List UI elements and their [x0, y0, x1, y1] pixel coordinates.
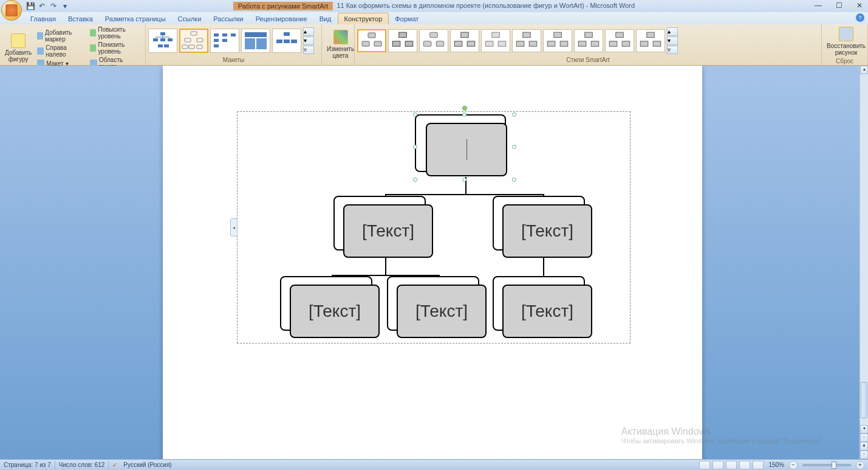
style-thumb-7[interactable] [543, 29, 572, 52]
vertical-scrollbar: ▴ ▾ ◦ ● ◦ [859, 66, 868, 459]
tab-insert[interactable]: Вставка [62, 13, 99, 24]
layout-thumb-2[interactable] [179, 29, 208, 53]
zoom-slider-thumb[interactable] [832, 461, 836, 469]
demote-button[interactable]: Понизить уровень [88, 41, 143, 55]
minimize-button[interactable]: — [812, 1, 824, 10]
tab-review[interactable]: Рецензирование [250, 13, 313, 24]
save-icon[interactable]: 💾 [26, 1, 35, 11]
view-outline[interactable] [739, 461, 750, 469]
layouts-scroll-down[interactable]: ▾ [303, 36, 314, 45]
svg-rect-9 [185, 38, 191, 42]
proofing-icon[interactable]: ✓ [112, 461, 117, 468]
svg-rect-4 [158, 44, 163, 47]
layouts-scroll-up[interactable]: ▴ [303, 27, 314, 36]
zoom-out-button[interactable]: − [789, 461, 798, 469]
language-indicator[interactable]: Русский (Россия) [123, 461, 171, 468]
scroll-up-button[interactable]: ▴ [860, 66, 868, 74]
view-full-screen[interactable] [713, 461, 723, 469]
svg-rect-52 [609, 41, 617, 46]
rtl-button[interactable]: Справа налево [35, 44, 87, 58]
resize-handle-n[interactable] [462, 112, 466, 117]
svg-rect-41 [498, 41, 506, 46]
scroll-thumb[interactable] [861, 382, 867, 418]
qat-dropdown-icon[interactable]: ▾ [60, 1, 70, 11]
svg-rect-33 [430, 32, 438, 37]
layout-thumb-3[interactable] [210, 29, 239, 53]
next-page-button[interactable]: ◦ [860, 451, 868, 459]
layouts-more[interactable]: ▿ [303, 46, 314, 54]
group-layouts-label: Макеты [148, 56, 319, 64]
styles-scroll-down[interactable]: ▾ [667, 36, 678, 45]
style-thumb-8[interactable] [574, 29, 603, 52]
undo-icon[interactable]: ↶ [37, 1, 47, 11]
close-button[interactable]: ✕ [853, 1, 866, 10]
svg-rect-44 [529, 41, 537, 46]
resize-handle-ne[interactable] [512, 112, 516, 117]
tab-references[interactable]: Ссылки [172, 13, 208, 24]
browse-object-button[interactable]: ● [860, 442, 868, 451]
tab-design[interactable]: Конструктор [338, 13, 389, 24]
style-thumb-3[interactable] [419, 29, 448, 52]
styles-more[interactable]: ▿ [667, 46, 678, 54]
tab-home[interactable]: Главная [24, 13, 62, 24]
style-thumb-1[interactable] [357, 29, 386, 52]
resize-handle-w[interactable] [413, 145, 417, 149]
maximize-button[interactable]: ☐ [833, 1, 845, 10]
tab-mailings[interactable]: Рассылки [207, 13, 249, 24]
rotate-handle[interactable] [462, 106, 467, 111]
svg-rect-12 [189, 45, 194, 49]
layout-thumb-1[interactable] [148, 29, 177, 53]
svg-rect-31 [392, 41, 400, 46]
prev-page-button[interactable]: ◦ [860, 434, 868, 442]
add-bullet-button[interactable]: Добавить маркер [35, 29, 87, 43]
zoom-slider[interactable] [802, 464, 851, 466]
zoom-level[interactable]: 150% [768, 461, 784, 468]
resize-handle-sw[interactable] [413, 178, 417, 182]
tab-view[interactable]: Вид [313, 13, 338, 24]
view-print-layout[interactable] [699, 461, 710, 469]
smartart-frame[interactable]: ◂ [237, 111, 630, 344]
page-indicator[interactable]: Страница: 7 из 7 [4, 461, 51, 468]
layout-thumb-5[interactable] [272, 29, 301, 53]
smartart-node-root[interactable] [415, 114, 515, 180]
tab-page-layout[interactable]: Разметка страницы [99, 13, 172, 24]
zoom-in-button[interactable]: + [856, 461, 864, 469]
style-thumb-2[interactable] [388, 29, 417, 52]
node-text: [Текст] [415, 302, 468, 321]
svg-rect-50 [591, 41, 599, 46]
redo-icon[interactable]: ↷ [49, 1, 58, 11]
add-shape-icon [11, 33, 26, 48]
svg-rect-39 [492, 32, 500, 37]
office-button[interactable] [1, 0, 22, 21]
title-bar: 💾 ↶ ↷ ▾ Работа с рисунками SmartArt 11 К… [0, 0, 868, 12]
style-thumb-10[interactable] [636, 29, 665, 52]
svg-rect-15 [214, 39, 219, 42]
page[interactable]: ◂ [163, 66, 702, 459]
layout-thumb-4[interactable] [241, 29, 270, 53]
resize-handle-e[interactable] [512, 145, 516, 149]
text-pane-toggle[interactable]: ◂ [230, 218, 238, 237]
promote-button[interactable]: Повысить уровень [88, 26, 143, 40]
styles-scroll-up[interactable]: ▴ [667, 27, 678, 36]
svg-rect-35 [436, 41, 444, 46]
resize-handle-se[interactable] [512, 178, 516, 182]
style-thumb-9[interactable] [605, 29, 634, 52]
svg-rect-2 [160, 38, 165, 41]
view-draft[interactable] [753, 461, 764, 469]
resize-handle-s[interactable] [462, 178, 466, 182]
help-icon[interactable]: ? [856, 13, 864, 22]
style-thumb-4[interactable] [450, 29, 479, 52]
view-web[interactable] [726, 461, 737, 469]
reset-graphic-button[interactable]: Восстановить рисунок [824, 26, 868, 57]
scroll-down-button[interactable]: ▾ [860, 425, 868, 434]
svg-rect-46 [547, 41, 555, 46]
resize-handle-nw[interactable] [413, 112, 417, 117]
svg-rect-23 [284, 32, 290, 36]
word-count[interactable]: Число слов: 612 [59, 461, 105, 468]
style-thumb-5[interactable] [481, 29, 510, 52]
style-thumb-6[interactable] [512, 29, 541, 52]
rtl-label: Справа налево [46, 44, 85, 58]
change-colors-button[interactable]: Изменить цвета [324, 29, 357, 60]
tab-format[interactable]: Формат [389, 13, 425, 24]
add-shape-button[interactable]: Добавить фигуру [2, 32, 34, 64]
